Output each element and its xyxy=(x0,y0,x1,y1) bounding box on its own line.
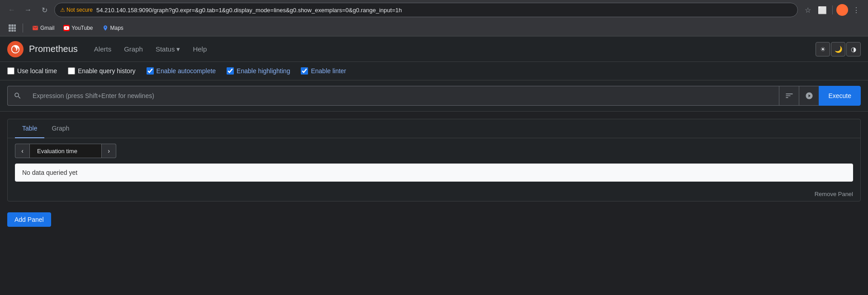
apps-button[interactable] xyxy=(7,23,17,33)
format-query-button[interactable] xyxy=(779,86,799,106)
nav-help[interactable]: Help xyxy=(187,42,212,57)
prometheus-logo: Prometheus xyxy=(7,41,78,57)
no-data-message: No data queried yet xyxy=(15,164,853,182)
browser-chrome: ← → ↻ ⚠ Not secure 54.210.140.158:9090/g… xyxy=(0,0,868,37)
svg-rect-7 xyxy=(11,30,14,32)
gmail-label: Gmail xyxy=(40,25,54,31)
nav-alerts[interactable]: Alerts xyxy=(89,42,117,57)
maps-label: Maps xyxy=(110,25,123,31)
theme-moon-button[interactable]: 🌙 xyxy=(831,42,845,56)
enable-highlighting-checkbox[interactable] xyxy=(227,67,234,75)
nav-forward-button[interactable]: → xyxy=(22,4,34,16)
bookmark-maps[interactable]: Maps xyxy=(99,23,127,33)
eval-time-row: ‹ Evaluation time › xyxy=(15,144,853,158)
query-actions: Execute xyxy=(779,86,861,106)
remove-panel-row: Remove Panel xyxy=(8,187,860,201)
execute-button[interactable]: Execute xyxy=(819,86,861,106)
bookmarks-divider xyxy=(23,23,23,33)
tab-table[interactable]: Table xyxy=(15,119,44,138)
svg-rect-2 xyxy=(14,24,16,27)
svg-rect-0 xyxy=(9,24,11,27)
eval-time-label: Evaluation time xyxy=(29,144,102,158)
query-input-row: Execute xyxy=(7,86,861,106)
table-content: ‹ Evaluation time › No data queried yet xyxy=(8,138,860,187)
panel: Table Graph ‹ Evaluation time › No data … xyxy=(7,119,861,201)
nav-back-button[interactable]: ← xyxy=(5,4,18,16)
enable-query-history-checkbox[interactable] xyxy=(68,67,75,75)
nav-status[interactable]: Status ▾ xyxy=(150,42,186,57)
profile-button[interactable] xyxy=(836,4,848,16)
query-section: Execute xyxy=(0,80,868,112)
theme-sun-button[interactable]: ☀ xyxy=(816,42,830,56)
menu-button[interactable]: ⋮ xyxy=(850,4,863,16)
svg-rect-8 xyxy=(14,30,16,32)
eval-time-next-button[interactable]: › xyxy=(102,144,116,158)
svg-rect-6 xyxy=(9,30,11,32)
enable-linter-checkbox[interactable] xyxy=(301,67,308,75)
query-input[interactable] xyxy=(27,86,779,106)
youtube-favicon xyxy=(63,25,70,31)
browser-toolbar: ← → ↻ ⚠ Not secure 54.210.140.158:9090/g… xyxy=(0,0,868,20)
svg-rect-1 xyxy=(11,24,14,27)
enable-query-history-label: Enable query history xyxy=(78,67,136,75)
gmail-favicon xyxy=(32,25,38,31)
svg-rect-4 xyxy=(11,27,14,29)
nav-reload-button[interactable]: ↻ xyxy=(38,4,51,16)
maps-favicon xyxy=(102,25,109,31)
svg-rect-5 xyxy=(14,27,16,29)
use-local-time-checkbox[interactable] xyxy=(7,67,14,75)
enable-linter-option[interactable]: Enable linter xyxy=(301,67,346,75)
enable-autocomplete-option[interactable]: Enable autocomplete xyxy=(147,67,216,75)
browser-actions: ☆ ⬜ ⋮ xyxy=(802,4,863,16)
panel-tabs: Table Graph xyxy=(8,119,860,138)
theme-contrast-button[interactable]: ◑ xyxy=(846,42,861,56)
bookmark-youtube[interactable]: YouTube xyxy=(60,23,96,33)
use-local-time-label: Use local time xyxy=(17,67,57,75)
bookmark-button[interactable]: ☆ xyxy=(802,4,814,16)
url-display: 54.210.140.158:9090/graph?g0.expr=&g0.ta… xyxy=(96,7,402,14)
add-panel-button[interactable]: Add Panel xyxy=(7,212,51,227)
bookmarks-bar: Gmail YouTube Maps xyxy=(0,20,868,36)
youtube-label: YouTube xyxy=(71,25,93,31)
enable-autocomplete-label: Enable autocomplete xyxy=(157,67,216,75)
nav-graph[interactable]: Graph xyxy=(119,42,148,57)
warning-icon: ⚠ xyxy=(60,7,65,13)
not-secure-indicator: ⚠ Not secure xyxy=(60,7,93,13)
search-icon-button[interactable] xyxy=(7,86,27,106)
enable-highlighting-label: Enable highlighting xyxy=(237,67,290,75)
eval-time-prev-button[interactable]: ‹ xyxy=(15,144,29,158)
add-panel-section: Add Panel xyxy=(0,209,868,234)
nav-status-label: Status xyxy=(156,45,175,53)
bookmark-gmail[interactable]: Gmail xyxy=(28,23,58,33)
enable-linter-label: Enable linter xyxy=(311,67,346,75)
not-secure-label: Not secure xyxy=(66,7,93,13)
use-local-time-option[interactable]: Use local time xyxy=(7,67,57,75)
settings-bar: Use local time Enable query history Enab… xyxy=(0,62,868,80)
app-nav: Prometheus Alerts Graph Status ▾ Help ☀ … xyxy=(0,37,868,62)
remove-panel-button[interactable]: Remove Panel xyxy=(815,191,853,197)
metrics-browser-button[interactable] xyxy=(799,86,819,106)
enable-autocomplete-checkbox[interactable] xyxy=(147,67,154,75)
app-name: Prometheus xyxy=(29,44,78,54)
svg-rect-3 xyxy=(9,27,11,29)
toolbar-divider xyxy=(832,5,833,14)
nav-links: Alerts Graph Status ▾ Help xyxy=(89,42,212,57)
tab-graph[interactable]: Graph xyxy=(44,119,76,138)
nav-status-dropdown-icon: ▾ xyxy=(176,45,180,53)
enable-highlighting-option[interactable]: Enable highlighting xyxy=(227,67,290,75)
address-bar[interactable]: ⚠ Not secure 54.210.140.158:9090/graph?g… xyxy=(54,3,798,17)
theme-buttons: ☀ 🌙 ◑ xyxy=(816,42,861,56)
extensions-button[interactable]: ⬜ xyxy=(816,4,829,16)
enable-query-history-option[interactable]: Enable query history xyxy=(68,67,136,75)
prometheus-logo-icon xyxy=(7,41,24,57)
